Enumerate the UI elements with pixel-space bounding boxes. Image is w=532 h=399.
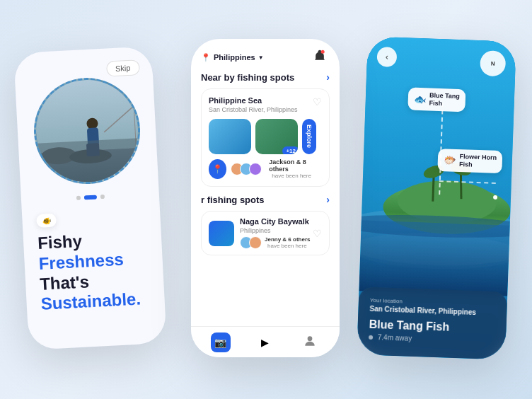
phone-fishing-spots: 📍 Philippines ▼ Near by fishing spots › … <box>191 39 340 357</box>
flower-horn-icon: 🐡 <box>444 154 456 166</box>
chevron-down-icon: ▼ <box>258 54 264 61</box>
phone-onboarding: Skip <box>13 46 167 350</box>
explore-button[interactable]: Explore <box>302 119 316 154</box>
phone-ar-view: ‹ N 🐟 Blue TangFish 🐡 Flower HornFish Yo… <box>357 36 516 359</box>
spot-name: Philippine Sea <box>209 96 298 105</box>
nav-camera[interactable]: 📷 <box>211 332 231 352</box>
fisher-image <box>33 77 140 184</box>
spot-images: +12 Explore <box>209 119 322 154</box>
svg-point-2 <box>40 146 76 166</box>
fish-distance: 7.4m away <box>369 333 495 345</box>
section-title-more: r fishing spots › <box>191 194 340 211</box>
dot-1 <box>76 196 80 200</box>
profile-icon <box>303 334 317 350</box>
location-selector[interactable]: 📍 Philippines ▼ <box>201 53 264 62</box>
user-avatars <box>231 163 262 175</box>
blue-tang-name: Blue TangFish <box>429 92 460 108</box>
app-header: 📍 Philippines ▼ <box>191 39 340 71</box>
headline-area: 🐠 Fishy Freshness That's Sustainable. <box>21 196 166 327</box>
naga-spot-location: Philippines <box>240 227 310 234</box>
naga-been-names: Jenny & 6 others <box>265 236 310 243</box>
flower-horn-name: Flower HornFish <box>459 153 497 169</box>
fish-tag: 🐠 <box>36 214 57 228</box>
svg-rect-0 <box>33 77 142 154</box>
nav-play[interactable]: ▶ <box>255 332 275 352</box>
section2-chevron[interactable]: › <box>326 194 330 205</box>
map-pin-icon: 📍 <box>209 159 226 179</box>
featured-fish-name: Blue Tang Fish <box>369 318 495 335</box>
svg-point-10 <box>308 336 313 341</box>
been-here-row: 📍 Jackson & 8 others have been here <box>209 158 322 179</box>
spot-image-2: +12 <box>255 119 298 154</box>
fishing-spot-card-2[interactable]: Naga City Baywalk Philippines Jenny & 6 … <box>201 211 330 255</box>
dot-2 <box>83 195 96 200</box>
bottom-navigation: 📷 ▶ <box>191 326 340 357</box>
avatar-3 <box>249 163 262 175</box>
svg-point-9 <box>321 50 325 54</box>
location-pin-icon: 📍 <box>201 53 211 62</box>
svg-rect-8 <box>86 143 99 156</box>
distance-dot <box>369 335 373 340</box>
camera-icon: 📷 <box>214 337 226 348</box>
blue-tang-icon: 🐟 <box>414 93 427 105</box>
svg-rect-5 <box>86 127 98 146</box>
headline-text: Fishy Freshness That's Sustainable. <box>37 228 151 315</box>
svg-rect-1 <box>37 148 142 187</box>
section-chevron[interactable]: › <box>326 71 330 83</box>
phones-container: Skip <box>0 0 532 399</box>
naga-thumbnail <box>209 221 234 246</box>
fishing-spot-card-1[interactable]: Philippine Sea San Cristobal River, Phil… <box>201 88 330 187</box>
naga-avatars <box>240 236 262 249</box>
naga-spot-name: Naga City Baywalk <box>240 217 310 226</box>
compass-n-label: N <box>491 60 495 66</box>
distance-value: 7.4m away <box>378 333 412 342</box>
blue-tang-tag[interactable]: 🐟 Blue TangFish <box>407 88 466 112</box>
naga-been-label: have been here <box>267 243 310 249</box>
hero-image <box>31 75 143 187</box>
been-here-names: Jackson & 8 others <box>269 158 322 173</box>
fish-emoji: 🐠 <box>42 216 51 225</box>
more-images-badge: +12 <box>282 146 298 154</box>
been-here-label: have been here <box>272 173 322 179</box>
spot-location: San Cristobal River, Philippines <box>209 106 298 113</box>
favorite-icon[interactable]: ♡ <box>313 96 322 108</box>
skip-button[interactable]: Skip <box>106 59 140 76</box>
notification-bell[interactable] <box>313 49 330 66</box>
spot-image-1 <box>209 119 251 154</box>
naga-avatar-2 <box>249 236 262 249</box>
section-title-nearby: Near by fishing spots › <box>191 71 340 88</box>
naga-favorite-icon[interactable]: ♡ <box>313 228 322 239</box>
play-icon: ▶ <box>261 337 269 348</box>
back-arrow-icon: ‹ <box>386 52 388 62</box>
dot-3 <box>100 195 104 199</box>
location-info-panel: Your location San Cristobal River, Phili… <box>357 287 507 359</box>
nav-profile[interactable] <box>300 332 320 352</box>
flower-horn-tag[interactable]: 🐡 Flower HornFish <box>438 149 503 173</box>
svg-point-3 <box>69 148 112 164</box>
